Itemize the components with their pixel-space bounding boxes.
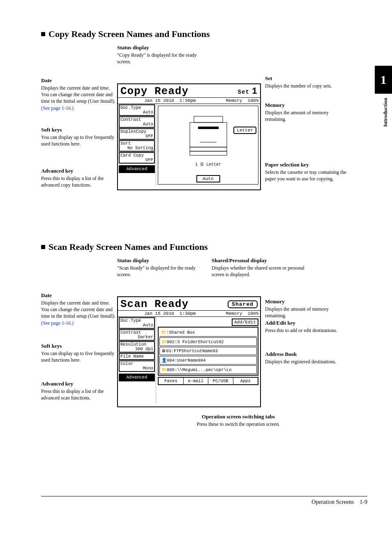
callout-scan-softkeys: Soft keys You can display up to five fre… — [41, 343, 117, 363]
callout-addressbook: Address Book Displays the registered des… — [265, 351, 347, 365]
callout-scan-status: Status display "Scan Ready" is displayed… — [117, 257, 199, 278]
callout-set: Set Displays the number of copy sets. — [265, 75, 347, 89]
svg-rect-3 — [190, 151, 227, 155]
addedit-button[interactable]: Add/Edit — [232, 319, 258, 326]
link-see-page[interactable]: (See page 1-16.) — [41, 105, 74, 111]
lcd-statusbar: Jan 15 2010 1:30pm Memory 100% — [118, 97, 260, 104]
callout-tabs: Operation screen switching tabs Press th… — [168, 413, 308, 427]
lcd-title-text: Scan Ready — [120, 298, 189, 310]
destination-list: 📁:Shared Box 📁002:S FolderShortcut02 🖥03… — [158, 327, 258, 376]
operation-tabs: Faves e-mail PC/USB Apps — [158, 377, 258, 385]
tray-indicator: 1 ☰ Letter — [195, 162, 221, 167]
auto-button[interactable]: Auto — [196, 175, 220, 182]
softkey-column: Doc.TypeAuto ContrastAuto DuplexCopyOFF … — [118, 104, 156, 186]
callout-memory: Memory Displays the amount of memory rem… — [265, 102, 347, 122]
softkey-resolution[interactable]: Resolution300 dpi — [119, 341, 155, 353]
callout-date: Date Displays the current date and time.… — [41, 77, 117, 111]
bullet-icon — [41, 245, 45, 249]
tab-email[interactable]: e-mail — [184, 378, 209, 384]
dest-header: 📁:Shared Box — [159, 328, 257, 337]
tab-pcusb[interactable]: PC/USB — [208, 378, 233, 384]
shared-badge[interactable]: Shared — [228, 300, 258, 308]
lcd-statusbar: Jan 15 2010 1:30pm Memory 100% — [118, 310, 260, 317]
copy-lcd: Copy Ready Set 1 Jan 15 2010 1:30pm Memo… — [117, 83, 261, 190]
softkey-column: Doc.TypeAuto ContrastDarker Resolution30… — [118, 317, 156, 403]
tab-apps[interactable]: Apps — [233, 378, 258, 384]
svg-rect-1 — [194, 116, 223, 122]
chapter-label: Introduction — [382, 98, 389, 127]
tab-faves[interactable]: Faves — [159, 378, 184, 384]
softkey-doctype[interactable]: Doc.TypeAuto — [119, 317, 155, 329]
paper-size-button[interactable]: Letter — [233, 127, 256, 134]
link-see-page[interactable]: (See page 1-16.) — [41, 320, 74, 326]
advanced-button[interactable]: Advanced — [119, 165, 155, 173]
callout-scan-advanced: Advanced key Press this to display a lis… — [41, 381, 117, 401]
dest-item[interactable]: 📁005:\\Megumi...pec\opr\Lo — [159, 365, 257, 374]
dest-item[interactable]: 👤004:UserName004 — [159, 356, 257, 365]
chapter-tab: 1 — [375, 66, 392, 94]
dest-item[interactable]: 🖥03:FTPShortcutName03 — [159, 347, 257, 355]
lcd-set: Set 1 — [238, 86, 258, 97]
svg-rect-4 — [198, 127, 219, 129]
callout-softkeys: Soft keys You can display up to five fre… — [41, 127, 117, 147]
scan-section-heading: Scan Ready Screen Names and Functions — [41, 242, 353, 252]
softkey-contrast[interactable]: ContrastDarker — [119, 329, 155, 341]
bullet-icon — [41, 32, 45, 36]
copy-section-heading: Copy Ready Screen Names and Functions — [41, 29, 353, 39]
softkey-contrast[interactable]: ContrastAuto — [119, 116, 155, 128]
copy-preview-area: Letter 1 ☰ Letter Auto — [158, 106, 258, 185]
printer-icon — [178, 110, 239, 159]
dest-item[interactable]: 📁002:S FolderShortcut02 — [159, 337, 257, 346]
softkey-duplex[interactable]: DuplexCopyOFF — [119, 128, 155, 140]
softkey-color[interactable]: ColorMono — [119, 360, 155, 372]
callout-status-display: Status display "Copy Ready" is displayed… — [117, 44, 199, 65]
softkey-filename[interactable]: File Name — [119, 353, 155, 360]
svg-rect-2 — [190, 147, 227, 151]
softkey-doctype[interactable]: Doc.TypeAuto — [119, 104, 155, 116]
callout-advanced: Advanced key Press this to display a lis… — [41, 168, 117, 188]
lcd-title-text: Copy Ready — [120, 85, 189, 97]
scan-lcd: Scan Ready Shared Jan 15 2010 1:30pm Mem… — [117, 296, 261, 407]
page-footer: Operation Screens 1-9 — [41, 496, 367, 506]
callout-addedit: Add/Edit key Press this to add or edit d… — [265, 320, 347, 334]
svg-rect-0 — [190, 122, 227, 147]
softkey-cardcopy[interactable]: Card CopyOFF — [119, 152, 155, 164]
callout-paper: Paper selection key Selects the cassette… — [265, 162, 347, 182]
callout-shared: Shared/Personal display Displays whether… — [212, 257, 306, 278]
advanced-button[interactable]: Advanced — [119, 374, 155, 381]
callout-scan-memory: Memory Displays the amount of memory rem… — [265, 298, 347, 319]
callout-scan-date: Date Displays the current date and time.… — [41, 292, 117, 326]
softkey-sort[interactable]: SortNo Sorting — [119, 140, 155, 152]
